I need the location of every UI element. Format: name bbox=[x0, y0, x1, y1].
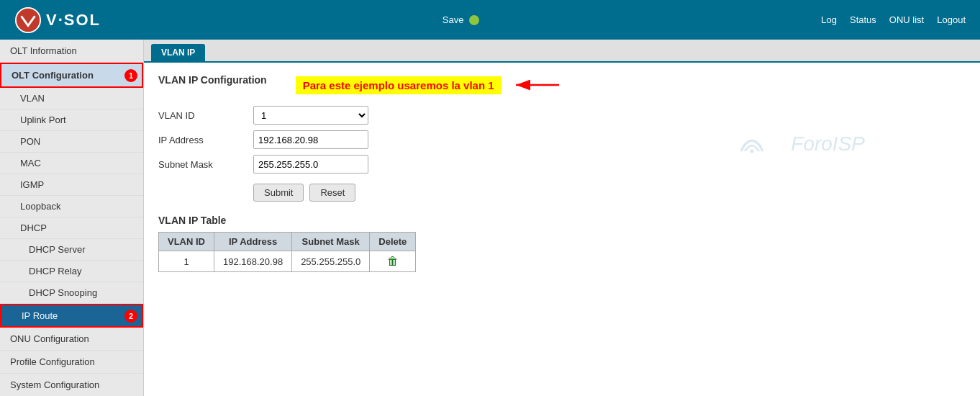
form-buttons: Submit Reset bbox=[253, 184, 966, 202]
sidebar-item-dhcp[interactable]: DHCP bbox=[0, 217, 143, 239]
vlan-ip-table: VLAN ID IP Address Subnet Mask Delete 1 … bbox=[158, 232, 416, 272]
header-save-section: Save bbox=[443, 14, 480, 25]
cell-ip-address: 192.168.20.98 bbox=[214, 251, 292, 272]
form-row-vlan-id: VLAN ID 1 bbox=[158, 106, 966, 125]
sidebar-item-system-config[interactable]: System Configuration bbox=[0, 374, 143, 396]
main-layout: OLT Information OLT Configuration 1 VLAN… bbox=[0, 40, 980, 396]
badge-2: 2 bbox=[124, 310, 137, 323]
watermark-text: ForoISP bbox=[791, 132, 865, 156]
nav-logout[interactable]: Logout bbox=[937, 14, 966, 25]
sidebar-item-uplink-port[interactable]: Uplink Port bbox=[0, 109, 143, 131]
sidebar: OLT Information OLT Configuration 1 VLAN… bbox=[0, 40, 144, 396]
vlan-ip-table-section: VLAN IP Table VLAN ID IP Address Subnet … bbox=[158, 215, 966, 272]
sidebar-item-pon[interactable]: PON bbox=[0, 131, 143, 153]
section-title: VLAN IP Configuration bbox=[158, 74, 267, 86]
sidebar-item-dhcp-server[interactable]: DHCP Server bbox=[0, 239, 143, 261]
svg-point-0 bbox=[16, 7, 40, 32]
nav-log[interactable]: Log bbox=[821, 14, 837, 25]
submit-button[interactable]: Submit bbox=[253, 184, 304, 202]
col-header-delete: Delete bbox=[370, 233, 416, 251]
sidebar-item-dhcp-snooping[interactable]: DHCP Snooping bbox=[0, 282, 143, 304]
sidebar-item-ip-route[interactable]: IP Route 2 bbox=[0, 304, 143, 328]
subnet-mask-label: Subnet Mask bbox=[158, 159, 245, 170]
sidebar-item-mac[interactable]: MAC bbox=[0, 153, 143, 174]
tab-bar: VLAN IP bbox=[144, 40, 980, 63]
badge-1: 1 bbox=[124, 69, 137, 82]
sidebar-item-olt-info[interactable]: OLT Information bbox=[0, 40, 143, 63]
cell-vlan-id: 1 bbox=[159, 251, 214, 272]
sidebar-item-dhcp-relay[interactable]: DHCP Relay bbox=[0, 261, 143, 282]
logo: V·SOL bbox=[14, 6, 101, 34]
vlan-id-label: VLAN ID bbox=[158, 110, 245, 121]
logo-text: V·SOL bbox=[46, 11, 101, 30]
tab-vlan-ip[interactable]: VLAN IP bbox=[151, 44, 205, 61]
ip-address-label: IP Address bbox=[158, 135, 245, 145]
svg-point-3 bbox=[750, 150, 754, 153]
foroISP-watermark-svg bbox=[702, 126, 788, 162]
subnet-mask-input[interactable] bbox=[253, 155, 368, 174]
cell-subnet-mask: 255.255.255.0 bbox=[292, 251, 370, 272]
sidebar-item-igmp[interactable]: IGMP bbox=[0, 174, 143, 196]
save-label[interactable]: Save bbox=[443, 14, 464, 25]
table-title: VLAN IP Table bbox=[158, 215, 966, 226]
delete-button[interactable]: 🗑 bbox=[387, 255, 399, 268]
sidebar-item-onu-config[interactable]: ONU Configuration bbox=[0, 328, 143, 351]
vsol-icon bbox=[14, 6, 42, 34]
annotation-text: Para este ejemplo usaremos la vlan 1 bbox=[296, 76, 502, 94]
nav-status[interactable]: Status bbox=[850, 14, 876, 25]
sidebar-item-ip-route-label: IP Route bbox=[22, 310, 58, 321]
sidebar-item-profile-config[interactable]: Profile Configuration bbox=[0, 351, 143, 374]
nav-onu-list[interactable]: ONU list bbox=[889, 14, 924, 25]
header: V·SOL Save Log Status ONU list Logout bbox=[0, 0, 980, 40]
cell-delete[interactable]: 🗑 bbox=[370, 251, 416, 272]
header-nav: Log Status ONU list Logout bbox=[821, 14, 966, 25]
content-area: VLAN IP VLAN IP Configuration Para este … bbox=[144, 40, 980, 396]
sidebar-item-olt-config[interactable]: OLT Configuration 1 bbox=[0, 63, 143, 88]
col-header-ip-address: IP Address bbox=[214, 233, 292, 251]
ip-address-input[interactable] bbox=[253, 130, 368, 149]
col-header-subnet-mask: Subnet Mask bbox=[292, 233, 370, 251]
table-row: 1 192.168.20.98 255.255.255.0 🗑 bbox=[159, 251, 416, 272]
reset-button[interactable]: Reset bbox=[309, 184, 355, 202]
arrow-indicator bbox=[509, 74, 566, 96]
sidebar-item-olt-config-label: OLT Configuration bbox=[12, 70, 94, 81]
sidebar-item-vlan[interactable]: VLAN bbox=[0, 88, 143, 109]
vlan-id-select[interactable]: 1 bbox=[253, 106, 368, 125]
sidebar-item-loopback[interactable]: Loopback bbox=[0, 196, 143, 217]
watermark: ForoISP bbox=[702, 126, 865, 162]
col-header-vlan-id: VLAN ID bbox=[159, 233, 214, 251]
content-inner: VLAN IP Configuration Para este ejemplo … bbox=[144, 63, 980, 284]
status-indicator bbox=[469, 15, 479, 25]
